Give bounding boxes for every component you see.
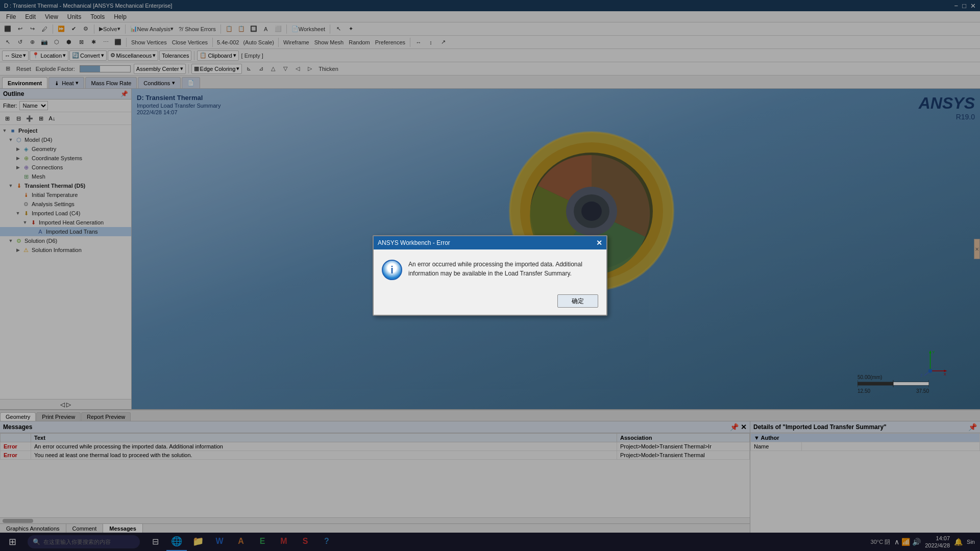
error-dialog: ANSYS Workbench - Error ✕ i An error occ… [373,235,607,316]
dialog-footer: 确定 [374,290,606,315]
dialog-body: i An error occurred while processing the… [374,249,606,290]
dialog-info-icon: i [382,260,402,280]
dialog-message: An error occurred while processing the i… [408,260,582,278]
dialog-titlebar: ANSYS Workbench - Error ✕ [374,236,606,249]
dialog-ok-button[interactable]: 确定 [557,294,598,308]
dialog-close-button[interactable]: ✕ [596,239,602,247]
dialog-title: ANSYS Workbench - Error [378,239,450,246]
dialog-overlay[interactable]: ANSYS Workbench - Error ✕ i An error occ… [0,0,980,551]
